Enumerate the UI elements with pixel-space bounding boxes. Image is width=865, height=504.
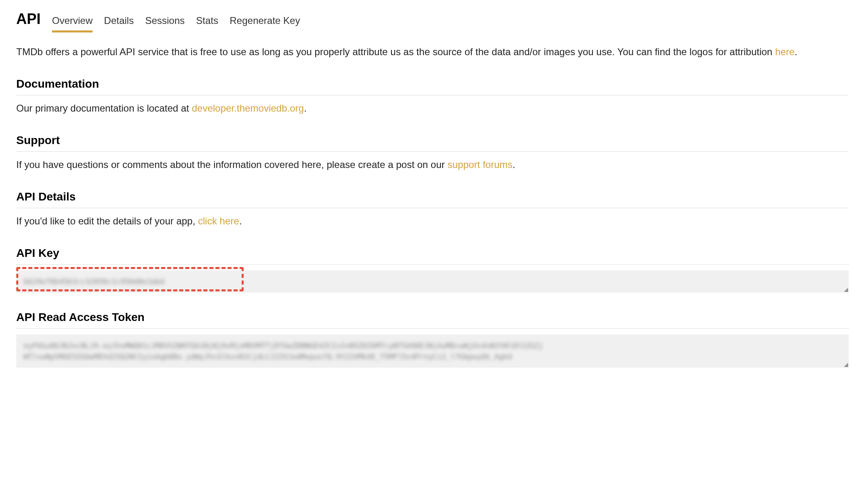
api-details-text-after: . [239,215,242,226]
api-token-value: eyPAGu0DJNJocNLJ9.eyJhsMWQ01cJMDVSZWHfQA… [24,341,543,361]
api-details-text-before: If you'd like to edit the details of you… [16,215,198,226]
documentation-text: Our primary documentation is located at … [16,101,849,116]
support-text-before: If you have questions or comments about … [16,159,448,170]
support-text: If you have questions or comments about … [16,157,849,172]
intro-paragraph: TMDb offers a powerful API service that … [16,45,849,59]
attribution-link[interactable]: here [775,46,795,57]
tabs-container: Overview Details Sessions Stats Regenera… [52,13,300,32]
api-details-section: API Details If you'd like to edit the de… [16,188,849,228]
api-details-heading: API Details [16,188,849,208]
api-details-text: If you'd like to edit the details of you… [16,214,849,228]
api-key-heading: API Key [16,245,849,265]
api-token-section: API Read Access Token eyPAGu0DJNJocNLJ9.… [16,309,849,368]
edit-details-link[interactable]: click here [198,215,239,226]
api-key-value: b629ef8b4563cc32058c1c950d0e3abd [24,277,164,286]
api-token-heading: API Read Access Token [16,309,849,329]
support-section: Support If you have questions or comment… [16,132,849,172]
api-key-value-box[interactable]: b629ef8b4563cc32058c1c950d0e3abd [16,270,849,293]
documentation-text-before: Our primary documentation is located at [16,103,192,114]
page-title: API [16,8,41,30]
documentation-section: Documentation Our primary documentation … [16,75,849,116]
tab-details[interactable]: Details [104,13,134,32]
tab-sessions[interactable]: Sessions [145,13,184,32]
intro-text-before: TMDb offers a powerful API service that … [16,46,775,57]
tab-overview[interactable]: Overview [52,13,93,32]
api-key-section: API Key b629ef8b4563cc32058c1c950d0e3abd [16,245,849,293]
support-text-after: . [513,159,515,170]
support-heading: Support [16,132,849,152]
intro-text-after: . [795,46,798,57]
documentation-text-after: . [304,103,307,114]
documentation-link[interactable]: developer.themoviedb.org [192,103,304,114]
api-token-value-box[interactable]: eyPAGu0DJNJocNLJ9.eyJhsMWQ01cJMDVSZWHfQA… [16,334,849,368]
documentation-heading: Documentation [16,75,849,95]
support-forums-link[interactable]: support forums [448,159,513,170]
tab-regenerate-key[interactable]: Regenerate Key [230,13,300,32]
tab-stats[interactable]: Stats [196,13,218,32]
